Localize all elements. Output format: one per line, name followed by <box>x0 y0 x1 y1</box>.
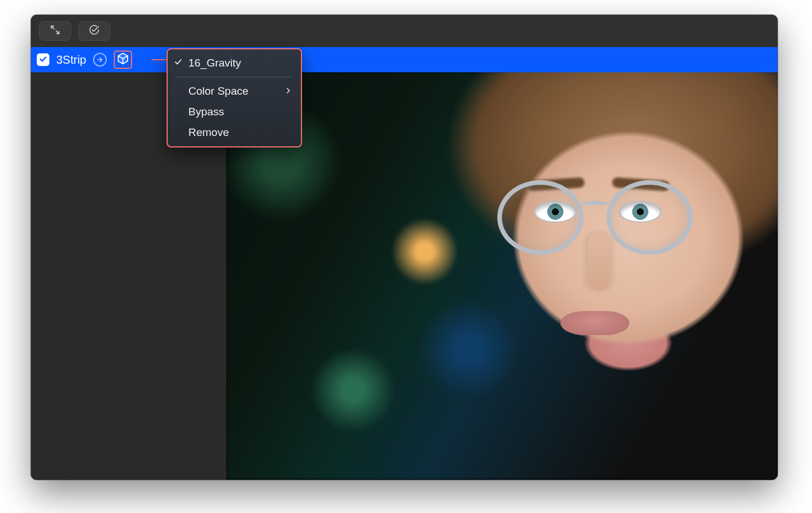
viewer-image-face <box>444 72 778 480</box>
chevron-right-icon <box>285 85 292 98</box>
image-viewer[interactable] <box>226 72 778 480</box>
filter-name-label: 3Strip <box>56 53 86 67</box>
menu-item-bypass[interactable]: Bypass <box>168 102 301 122</box>
menu-item-label: 16_Gravity <box>188 57 241 69</box>
cube-icon <box>117 52 129 68</box>
next-filter-button[interactable] <box>93 53 107 67</box>
expand-button[interactable] <box>39 21 71 41</box>
viewer-image-lips <box>560 311 629 335</box>
expand-arrows-icon <box>49 24 61 38</box>
menu-item-label: Color Space <box>188 85 249 98</box>
checkbox-checked-icon <box>38 53 48 67</box>
lut-cube-button[interactable] <box>114 50 132 69</box>
menu-item-label: Remove <box>188 126 229 139</box>
filter-enable-checkbox[interactable] <box>37 53 49 66</box>
app-window: 3Strip <box>31 15 778 480</box>
apply-button[interactable] <box>78 21 110 41</box>
menu-item-label: Bypass <box>188 106 224 118</box>
annotation-connector <box>152 59 167 60</box>
menu-item-color-space[interactable]: Color Space <box>168 81 301 102</box>
main-area <box>31 72 778 480</box>
menu-item-current-lut[interactable]: 16_Gravity <box>168 53 301 73</box>
viewer-image-nose <box>588 233 610 290</box>
titlebar <box>31 15 778 47</box>
menu-item-remove[interactable]: Remove <box>168 122 301 143</box>
filter-header-bar: 3Strip <box>31 47 778 72</box>
lut-context-menu: 16_Gravity Color Space Bypass Remove <box>167 48 302 147</box>
menu-separator <box>176 77 293 77</box>
checkmark-icon <box>173 57 183 69</box>
arrow-circle-right-icon <box>96 53 104 67</box>
check-circle-icon <box>88 24 100 38</box>
